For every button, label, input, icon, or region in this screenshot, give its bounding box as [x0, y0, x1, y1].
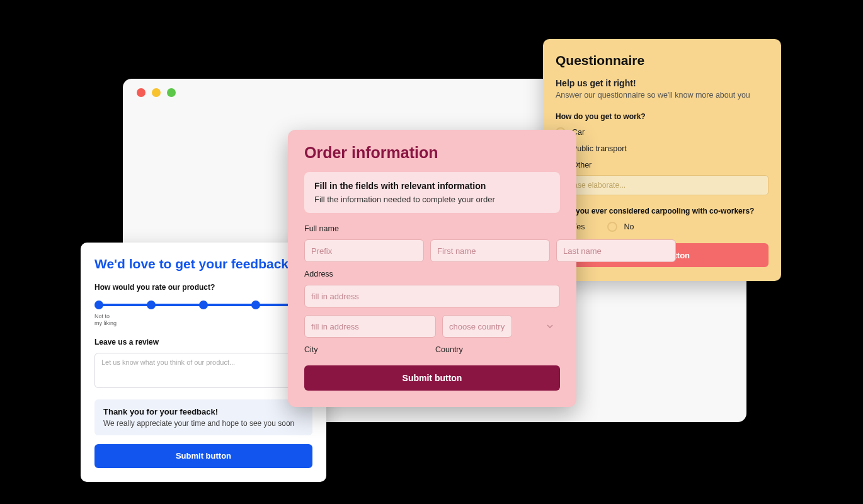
thankyou-banner: Thank you for your feedback! We really a…	[94, 399, 312, 435]
slider-low-label: Not to my liking	[94, 313, 312, 328]
window-minimize-icon[interactable]	[152, 88, 161, 97]
order-box-title: Fill in the fields with relevant informa…	[314, 181, 550, 191]
elaborate-input[interactable]	[556, 175, 769, 195]
thankyou-title: Thank you for your feedback!	[103, 407, 304, 416]
rating-question: How would you rate our product?	[94, 283, 312, 292]
prefix-input[interactable]	[304, 239, 424, 262]
address-input-1[interactable]	[304, 285, 560, 307]
radio-option-public-transport[interactable]: Public transport	[556, 144, 769, 154]
country-select[interactable]: choose country	[442, 315, 512, 338]
questionnaire-title: Questionnaire	[556, 53, 769, 68]
window-close-icon[interactable]	[137, 88, 146, 97]
radio-option-car[interactable]: Car	[556, 127, 769, 137]
radio-option-no[interactable]: No	[607, 222, 634, 232]
radio-label: No	[624, 222, 634, 231]
radio-icon[interactable]	[607, 222, 617, 232]
slider-stop-icon[interactable]	[147, 301, 156, 309]
question-2-label: Have you ever considered carpooling with…	[556, 207, 769, 215]
radio-label: Public transport	[572, 144, 627, 153]
order-card: Order information Fill in the fields wit…	[288, 130, 576, 407]
fullname-label: Full name	[304, 224, 560, 233]
slider-stop-icon[interactable]	[199, 301, 208, 309]
address-label: Address	[304, 270, 560, 278]
thankyou-subtitle: We really appreciate your time and hope …	[103, 419, 304, 428]
questionnaire-description: Answer our questionnaire so we'll know m…	[556, 91, 769, 100]
firstname-input[interactable]	[430, 239, 550, 262]
review-label: Leave us a review	[94, 338, 312, 346]
questionnaire-subtitle: Help us get it right!	[556, 78, 769, 88]
rating-slider[interactable]	[94, 301, 312, 309]
feedback-title: We'd love to get your feedback	[94, 256, 312, 272]
window-maximize-icon[interactable]	[167, 88, 176, 97]
feedback-submit-button[interactable]: Submit button	[94, 444, 312, 468]
chevron-down-icon	[546, 323, 554, 330]
review-textarea[interactable]	[94, 353, 312, 388]
order-box-subtitle: Fill the information needed to complete …	[314, 195, 550, 204]
order-title: Order information	[304, 144, 560, 162]
radio-option-other[interactable]: Other	[556, 160, 769, 170]
question-1-label: How do you get to work?	[556, 112, 769, 121]
city-label: City	[304, 345, 429, 354]
city-input[interactable]	[304, 315, 436, 338]
slider-stop-icon[interactable]	[94, 301, 103, 309]
slider-stop-icon[interactable]	[251, 301, 260, 309]
order-description-box: Fill in the fields with relevant informa…	[304, 172, 560, 213]
country-label: Country	[435, 345, 560, 354]
order-submit-button[interactable]: Submit button	[304, 365, 560, 391]
lastname-input[interactable]	[556, 239, 676, 262]
